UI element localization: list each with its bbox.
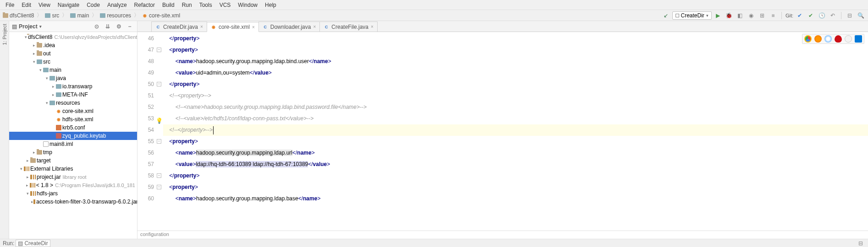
- structure-icon[interactable]: ⊟: [845, 11, 854, 20]
- code-editor[interactable]: 4647−484950−515253💡5455−565758−59−60 </p…: [137, 32, 868, 231]
- back-arrow-icon[interactable]: ↙: [661, 11, 670, 20]
- expand-arrow-icon[interactable]: ▾: [38, 68, 43, 72]
- opera-icon[interactable]: [835, 35, 842, 43]
- expand-arrow-icon[interactable]: ▾: [25, 191, 30, 196]
- code-line[interactable]: <property>: [163, 182, 868, 193]
- intention-bulb-icon[interactable]: 💡: [156, 115, 162, 122]
- concurrency-icon[interactable]: ⊞: [758, 11, 767, 20]
- editor-breadcrumb[interactable]: configuration: [137, 231, 868, 239]
- tree-row[interactable]: ▸io.transwarp: [9, 82, 137, 91]
- yandex-icon[interactable]: [845, 35, 852, 43]
- tree-row[interactable]: krb5.conf: [9, 124, 137, 132]
- editor-tab[interactable]: CreateDir.java×: [151, 21, 207, 32]
- stop-icon[interactable]: ■: [769, 11, 778, 20]
- code-line[interactable]: <name>hadoop.security.group.mapping.ldap…: [163, 147, 868, 159]
- hide-icon[interactable]: −: [125, 22, 134, 31]
- expand-arrow-icon[interactable]: ▸: [50, 84, 56, 89]
- tree-row[interactable]: ▾main: [9, 66, 137, 74]
- code-line[interactable]: </property>: [163, 79, 868, 90]
- expand-arrow-icon[interactable]: ▸: [25, 158, 30, 163]
- menu-code[interactable]: Code: [83, 1, 104, 9]
- close-icon[interactable]: ×: [252, 25, 255, 30]
- expand-arrow-icon[interactable]: ▾: [31, 59, 37, 64]
- menu-tools[interactable]: Tools: [196, 1, 216, 9]
- expand-arrow-icon[interactable]: ▸: [31, 51, 37, 56]
- tree-row[interactable]: ▾hdfs-jars: [9, 189, 137, 198]
- run-config-dropdown[interactable]: CreateDir ▾: [672, 11, 712, 20]
- fold-icon[interactable]: −: [157, 139, 161, 144]
- project-tree[interactable]: ▾dfsClient8C:\Users\qlvzy\IdeaProjects\d…: [9, 32, 137, 239]
- expand-arrow-icon[interactable]: ▾: [44, 101, 49, 105]
- chevron-down-icon[interactable]: ▾: [39, 24, 42, 29]
- menu-run[interactable]: Run: [178, 1, 196, 9]
- breadcrumb-item[interactable]: src: [44, 12, 60, 19]
- editor-tab[interactable]: core-site.xml×: [207, 22, 259, 32]
- search-everywhere-icon[interactable]: 🔍: [856, 11, 865, 20]
- tree-row[interactable]: hdfs-site.xml: [9, 115, 137, 124]
- close-icon[interactable]: ×: [371, 24, 374, 29]
- tree-row[interactable]: ▸target: [9, 156, 137, 165]
- editor-tab[interactable]: CreateFile.java×: [319, 21, 378, 32]
- tree-row[interactable]: ▸tmp: [9, 148, 137, 156]
- code-line[interactable]: <property>: [163, 44, 868, 56]
- collapse-icon[interactable]: ⇊: [103, 22, 112, 31]
- fold-icon[interactable]: −: [157, 185, 161, 189]
- code-line[interactable]: <!--<property>-->: [163, 90, 868, 102]
- git-history-icon[interactable]: 🕓: [817, 11, 826, 20]
- breadcrumb-item[interactable]: dfsClient8: [2, 12, 35, 19]
- fold-icon[interactable]: −: [157, 82, 161, 86]
- project-tool-button[interactable]: 1: Project: [2, 21, 7, 48]
- firefox-icon[interactable]: [814, 35, 822, 43]
- tree-row[interactable]: ▾dfsClient8C:\Users\qlvzy\IdeaProjects\d…: [9, 33, 137, 41]
- tree-row[interactable]: ▸.idea: [9, 41, 137, 49]
- code-line[interactable]: <name>hadoop.security.group.mapping.ldap…: [163, 193, 868, 204]
- edge-icon[interactable]: [855, 35, 862, 43]
- code-line[interactable]: <!--</property>-->: [163, 124, 868, 136]
- code-line[interactable]: <!--<name>hadoop.security.group.mapping.…: [163, 102, 868, 113]
- close-icon[interactable]: ×: [313, 24, 316, 29]
- expand-arrow-icon[interactable]: ▸: [25, 175, 30, 179]
- gear-icon[interactable]: ⚙: [114, 22, 123, 31]
- fold-icon[interactable]: −: [157, 48, 161, 52]
- event-log-icon[interactable]: ⊟: [856, 239, 865, 247]
- tree-row[interactable]: core-site.xml: [9, 107, 137, 115]
- code-line[interactable]: <value>ldap://hq-tdh-66:10389 ldap://hq-…: [163, 159, 868, 170]
- run-tool-label[interactable]: Run:: [3, 240, 14, 247]
- tree-row[interactable]: ▸out: [9, 49, 137, 58]
- tree-row[interactable]: ▾java: [9, 74, 137, 82]
- menu-view[interactable]: View: [35, 1, 54, 9]
- menu-navigate[interactable]: Navigate: [54, 1, 83, 9]
- breadcrumb-item[interactable]: resources: [99, 12, 132, 19]
- git-commit-icon[interactable]: ✔: [806, 11, 815, 20]
- expand-arrow-icon[interactable]: ▸: [50, 92, 56, 97]
- expand-arrow-icon[interactable]: ▸: [31, 43, 37, 48]
- code-line[interactable]: </property>: [163, 170, 868, 182]
- editor-tab[interactable]: Downloader.java×: [258, 21, 320, 32]
- code-content[interactable]: </property> <property> <name>hadoop.secu…: [163, 32, 868, 231]
- code-line[interactable]: </property>: [163, 33, 868, 44]
- menu-build[interactable]: Build: [159, 1, 178, 9]
- close-icon[interactable]: ×: [200, 24, 203, 29]
- tree-row[interactable]: ▸META-INF: [9, 91, 137, 99]
- git-revert-icon[interactable]: ↶: [828, 11, 837, 20]
- code-line[interactable]: <property>: [163, 136, 868, 147]
- tree-row[interactable]: ▾External Libraries: [9, 165, 137, 173]
- menu-help[interactable]: Help: [261, 1, 280, 9]
- profile-icon[interactable]: ◉: [747, 11, 756, 20]
- expand-arrow-icon[interactable]: ▸: [25, 183, 30, 188]
- expand-arrow-icon[interactable]: ▾: [18, 166, 24, 171]
- menu-refactor[interactable]: Refactor: [131, 1, 159, 9]
- tree-row[interactable]: ▸< 1.8 >C:\Program Files\Java\jdk1.8.0_1…: [9, 181, 137, 189]
- tree-row[interactable]: ▾src: [9, 58, 137, 66]
- safari-icon[interactable]: [824, 35, 832, 43]
- coverage-icon[interactable]: ◧: [736, 11, 745, 20]
- debug-icon[interactable]: 🐞: [725, 11, 734, 20]
- run-tool-item[interactable]: ▤ CreateDir: [16, 240, 50, 247]
- tree-row[interactable]: main8.iml: [9, 140, 137, 148]
- chrome-icon[interactable]: [804, 35, 812, 43]
- target-icon[interactable]: ⊙: [92, 22, 101, 31]
- git-update-icon[interactable]: ✔: [795, 11, 804, 20]
- fold-icon[interactable]: −: [157, 173, 161, 178]
- run-icon[interactable]: ▶: [714, 11, 723, 20]
- code-line[interactable]: <!--<value>/etc/hdfs1/conf/ldap-conn-pas…: [163, 113, 868, 124]
